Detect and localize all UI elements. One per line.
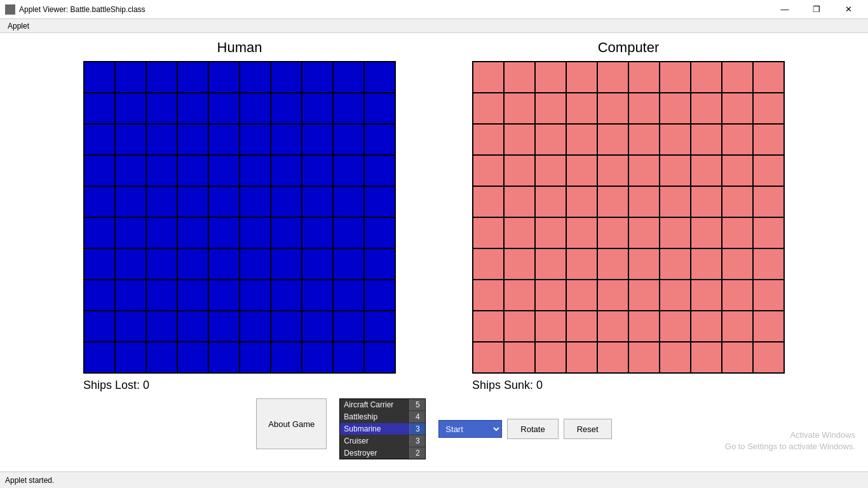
- computer-cell[interactable]: [722, 342, 753, 373]
- computer-cell[interactable]: [535, 93, 566, 124]
- computer-cell[interactable]: [753, 248, 784, 280]
- computer-cell[interactable]: [473, 248, 504, 280]
- computer-cell[interactable]: [722, 155, 753, 186]
- computer-cell[interactable]: [566, 342, 597, 373]
- computer-cell[interactable]: [628, 280, 660, 311]
- computer-cell[interactable]: [504, 62, 535, 93]
- computer-cell[interactable]: [722, 62, 753, 93]
- computer-cell[interactable]: [691, 311, 722, 342]
- computer-cell[interactable]: [691, 217, 722, 248]
- computer-cell[interactable]: [628, 62, 660, 93]
- computer-cell[interactable]: [535, 342, 566, 373]
- minimize-button[interactable]: —: [770, 0, 799, 19]
- computer-cell[interactable]: [628, 186, 660, 217]
- ship-list-item[interactable]: Submarine3: [340, 423, 425, 435]
- computer-cell[interactable]: [597, 311, 628, 342]
- start-dropdown[interactable]: StartEasyMediumHard: [438, 420, 502, 438]
- computer-cell[interactable]: [473, 280, 504, 311]
- computer-cell[interactable]: [597, 186, 628, 217]
- computer-cell[interactable]: [535, 248, 566, 280]
- computer-cell[interactable]: [660, 93, 691, 124]
- computer-cell[interactable]: [597, 248, 628, 280]
- computer-cell[interactable]: [753, 280, 784, 311]
- computer-cell[interactable]: [691, 186, 722, 217]
- computer-cell[interactable]: [660, 186, 691, 217]
- rotate-button[interactable]: Rotate: [507, 419, 558, 439]
- computer-cell[interactable]: [660, 311, 691, 342]
- computer-cell[interactable]: [535, 124, 566, 155]
- computer-cell[interactable]: [691, 248, 722, 280]
- computer-cell[interactable]: [691, 93, 722, 124]
- computer-cell[interactable]: [597, 93, 628, 124]
- computer-cell[interactable]: [504, 155, 535, 186]
- computer-cell[interactable]: [473, 124, 504, 155]
- computer-cell[interactable]: [473, 155, 504, 186]
- computer-cell[interactable]: [566, 280, 597, 311]
- computer-cell[interactable]: [566, 311, 597, 342]
- computer-cell[interactable]: [722, 217, 753, 248]
- computer-cell[interactable]: [473, 217, 504, 248]
- computer-cell[interactable]: [566, 62, 597, 93]
- computer-cell[interactable]: [473, 93, 504, 124]
- computer-cell[interactable]: [691, 155, 722, 186]
- computer-cell[interactable]: [597, 342, 628, 373]
- close-button[interactable]: ✕: [834, 0, 863, 19]
- computer-cell[interactable]: [473, 186, 504, 217]
- computer-cell[interactable]: [628, 217, 660, 248]
- ship-list-item[interactable]: Aircraft Carrier5: [340, 399, 425, 411]
- computer-cell[interactable]: [597, 280, 628, 311]
- computer-cell[interactable]: [628, 248, 660, 280]
- computer-cell[interactable]: [504, 124, 535, 155]
- computer-cell[interactable]: [660, 248, 691, 280]
- computer-cell[interactable]: [566, 248, 597, 280]
- about-button[interactable]: About Game: [256, 398, 327, 449]
- computer-cell[interactable]: [535, 217, 566, 248]
- computer-cell[interactable]: [691, 342, 722, 373]
- computer-cell[interactable]: [722, 124, 753, 155]
- computer-cell[interactable]: [722, 186, 753, 217]
- computer-cell[interactable]: [504, 93, 535, 124]
- computer-cell[interactable]: [566, 93, 597, 124]
- computer-cell[interactable]: [473, 311, 504, 342]
- computer-cell[interactable]: [753, 93, 784, 124]
- computer-cell[interactable]: [504, 342, 535, 373]
- ship-list-item[interactable]: Destroyer2: [340, 447, 425, 459]
- computer-cell[interactable]: [566, 155, 597, 186]
- computer-cell[interactable]: [722, 248, 753, 280]
- computer-cell[interactable]: [504, 217, 535, 248]
- computer-cell[interactable]: [535, 280, 566, 311]
- human-grid[interactable]: [83, 61, 396, 374]
- ship-list-item[interactable]: Cruiser3: [340, 435, 425, 447]
- computer-cell[interactable]: [753, 62, 784, 93]
- computer-cell[interactable]: [535, 155, 566, 186]
- computer-cell[interactable]: [691, 124, 722, 155]
- computer-cell[interactable]: [628, 155, 660, 186]
- computer-cell[interactable]: [660, 217, 691, 248]
- computer-cell[interactable]: [566, 124, 597, 155]
- computer-cell[interactable]: [628, 311, 660, 342]
- computer-cell[interactable]: [597, 155, 628, 186]
- computer-cell[interactable]: [753, 186, 784, 217]
- computer-cell[interactable]: [753, 217, 784, 248]
- computer-cell[interactable]: [722, 93, 753, 124]
- computer-cell[interactable]: [628, 124, 660, 155]
- computer-cell[interactable]: [566, 217, 597, 248]
- applet-menu[interactable]: Applet: [3, 20, 34, 32]
- ship-list-item[interactable]: Battleship4: [340, 411, 425, 423]
- computer-cell[interactable]: [660, 280, 691, 311]
- computer-cell[interactable]: [722, 280, 753, 311]
- computer-cell[interactable]: [753, 342, 784, 373]
- reset-button[interactable]: Reset: [564, 419, 612, 439]
- computer-cell[interactable]: [597, 217, 628, 248]
- computer-cell[interactable]: [473, 62, 504, 93]
- computer-cell[interactable]: [753, 124, 784, 155]
- computer-cell[interactable]: [691, 280, 722, 311]
- computer-cell[interactable]: [628, 342, 660, 373]
- computer-grid[interactable]: [472, 61, 785, 374]
- computer-cell[interactable]: [597, 124, 628, 155]
- restore-button[interactable]: ❐: [802, 0, 831, 19]
- computer-cell[interactable]: [753, 311, 784, 342]
- computer-cell[interactable]: [504, 311, 535, 342]
- computer-cell[interactable]: [660, 155, 691, 186]
- computer-cell[interactable]: [691, 62, 722, 93]
